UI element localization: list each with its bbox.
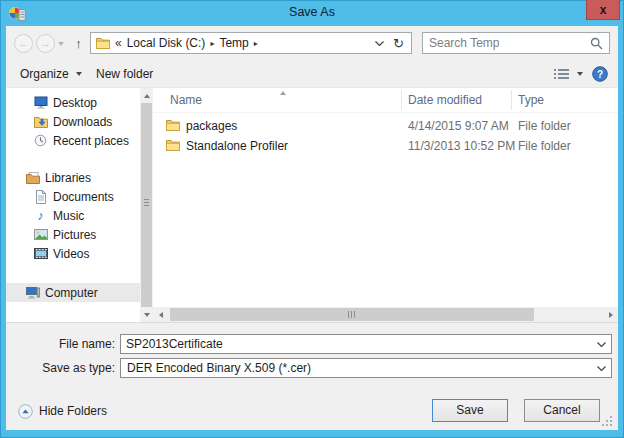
- column-separator[interactable]: [401, 90, 402, 110]
- column-separator[interactable]: [511, 90, 512, 110]
- search-box[interactable]: [422, 32, 610, 54]
- hide-folders-label: Hide Folders: [39, 404, 107, 418]
- videos-icon: [33, 248, 48, 259]
- triangle-up-icon: [144, 94, 150, 98]
- svg-text:?: ?: [597, 69, 603, 80]
- cancel-button-label: Cancel: [543, 403, 580, 417]
- scrollbar-thumb[interactable]: [170, 308, 534, 321]
- sidebar-item-recent-places[interactable]: Recent places: [6, 131, 140, 150]
- new-folder-label: New folder: [96, 67, 153, 81]
- address-bar-controls: ↻: [375, 37, 406, 50]
- downloads-icon: [33, 116, 48, 128]
- sidebar-item-music[interactable]: ♪ Music: [6, 206, 140, 225]
- file-date-modified: 11/3/2013 10:52 PM: [408, 139, 515, 153]
- chevron-down-icon[interactable]: [597, 342, 606, 347]
- address-bar[interactable]: « Local Disk (C:) ▸ Temp ▸ ↻: [90, 32, 412, 54]
- sidebar-item-downloads[interactable]: Downloads: [6, 112, 140, 131]
- sidebar-item-computer[interactable]: Computer: [6, 283, 140, 302]
- sidebar-scrollbar[interactable]: [140, 88, 153, 322]
- file-row-standalone-profiler[interactable]: Standalone Profiler 11/3/2013 10:52 PM F…: [153, 136, 618, 156]
- triangle-right-icon: [609, 312, 613, 318]
- chevron-down-icon[interactable]: [597, 366, 606, 371]
- pictures-icon: [33, 229, 48, 240]
- resize-grip-icon[interactable]: [602, 416, 613, 427]
- up-one-level-button[interactable]: ↑: [69, 34, 88, 53]
- column-header-type[interactable]: Type: [518, 88, 544, 112]
- scroll-up-button[interactable]: [140, 88, 153, 103]
- dialog-content: ← → ↑ « Local Disk (C:) ▸ Temp ▸: [6, 26, 618, 430]
- forward-button[interactable]: →: [36, 34, 55, 53]
- sidebar-item-label: Libraries: [45, 171, 91, 185]
- folder-icon: [96, 37, 110, 49]
- file-name-input[interactable]: [126, 336, 586, 352]
- file-list: Name Date modified Type packages 4/14/20…: [153, 88, 618, 322]
- sidebar-item-label: Computer: [45, 286, 98, 300]
- sidebar-item-pictures[interactable]: Pictures: [6, 225, 140, 244]
- save-as-dialog: Save As x ← → ↑ « Local Disk: [0, 0, 624, 438]
- sidebar-item-videos[interactable]: Videos: [6, 244, 140, 263]
- browser-pane: Desktop Downloads Recent places: [6, 88, 618, 322]
- column-header-name[interactable]: Name: [170, 88, 202, 112]
- file-name-combo[interactable]: [120, 334, 612, 354]
- scroll-down-button[interactable]: [140, 307, 153, 322]
- sidebar-item-label: Documents: [53, 190, 114, 204]
- file-name-label: File name:: [6, 334, 115, 354]
- save-controls-section: File name: Save as type: DER Encoded Bin…: [6, 322, 618, 430]
- window-title: Save As: [0, 5, 624, 19]
- breadcrumb-temp[interactable]: Temp: [219, 36, 248, 50]
- up-arrow-icon: ↑: [75, 36, 82, 51]
- save-as-type-label: Save as type:: [6, 358, 115, 378]
- view-list-icon[interactable]: [554, 68, 569, 80]
- recent-places-icon: [33, 134, 48, 147]
- scrollbar-grip: [348, 311, 355, 318]
- sidebar-item-label: Videos: [53, 247, 89, 261]
- chevron-up-circle-icon: [18, 404, 33, 419]
- new-folder-button[interactable]: New folder: [96, 60, 153, 87]
- view-options-dropdown-icon[interactable]: [577, 72, 583, 76]
- cancel-button[interactable]: Cancel: [524, 399, 600, 422]
- forward-icon: →: [40, 37, 51, 49]
- triangle-left-icon: [159, 312, 163, 318]
- chevron-down-icon: [76, 72, 82, 76]
- command-toolbar: Organize New folder ?: [6, 60, 618, 88]
- back-button[interactable]: ←: [14, 34, 33, 53]
- breadcrumb-overflow[interactable]: «: [115, 36, 122, 50]
- organize-button[interactable]: Organize: [20, 60, 82, 87]
- sidebar-item-label: Downloads: [53, 115, 112, 129]
- sort-ascending-icon: [280, 91, 286, 95]
- close-button[interactable]: x: [586, 0, 620, 20]
- breadcrumb-separator-icon[interactable]: ▸: [210, 39, 214, 48]
- save-as-type-combo[interactable]: DER Encoded Binary X.509 (*.cer): [120, 358, 612, 378]
- navigation-sidebar: Desktop Downloads Recent places: [6, 88, 140, 322]
- scrollbar-thumb[interactable]: [141, 103, 152, 307]
- computer-icon: [25, 287, 40, 299]
- back-icon: ←: [18, 37, 29, 49]
- scroll-left-button[interactable]: [153, 307, 168, 322]
- breadcrumb-separator-icon[interactable]: ▸: [254, 39, 258, 48]
- sidebar-item-label: Recent places: [53, 134, 129, 148]
- save-as-type-value: DER Encoded Binary X.509 (*.cer): [127, 361, 311, 375]
- sidebar-item-libraries[interactable]: Libraries: [6, 168, 140, 187]
- folder-icon: [166, 139, 180, 154]
- file-list-horizontal-scrollbar[interactable]: [153, 307, 618, 322]
- hide-folders-button[interactable]: Hide Folders: [18, 401, 107, 421]
- address-dropdown-icon[interactable]: [375, 41, 384, 46]
- scroll-right-button[interactable]: [603, 307, 618, 322]
- search-input[interactable]: [429, 34, 587, 52]
- sidebar-item-label: Desktop: [53, 96, 97, 110]
- file-row-packages[interactable]: packages 4/14/2015 9:07 AM File folder: [153, 116, 618, 136]
- column-header-date-modified[interactable]: Date modified: [408, 88, 482, 112]
- search-icon[interactable]: [590, 37, 603, 50]
- save-button[interactable]: Save: [432, 399, 508, 422]
- file-name: Standalone Profiler: [186, 139, 288, 153]
- help-icon[interactable]: ?: [592, 66, 608, 82]
- recent-locations-dropdown-icon[interactable]: [58, 42, 64, 46]
- sidebar-item-documents[interactable]: Documents: [6, 187, 140, 206]
- file-name: packages: [186, 119, 237, 133]
- folder-icon: [166, 119, 180, 134]
- sidebar-item-desktop[interactable]: Desktop: [6, 93, 140, 112]
- refresh-icon[interactable]: ↻: [393, 37, 404, 50]
- breadcrumb-local-disk[interactable]: Local Disk (C:): [127, 36, 206, 50]
- file-date-modified: 4/14/2015 9:07 AM: [408, 119, 509, 133]
- file-type: File folder: [518, 119, 571, 133]
